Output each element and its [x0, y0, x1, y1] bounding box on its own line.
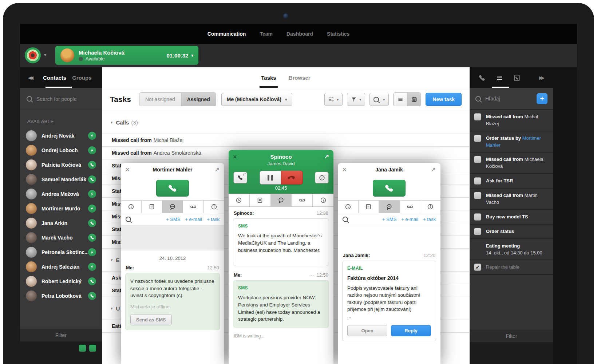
user-presence-panel[interactable]: Michaela Kočiová Available 01:00:32 ▾ — [55, 46, 198, 65]
contact-row[interactable]: Robert Lednický — [20, 274, 102, 289]
reply-button[interactable]: Reply — [391, 325, 431, 336]
task-checkbox[interactable] — [474, 135, 481, 142]
contact-row[interactable]: Petronela Skotinc... — [20, 245, 102, 260]
collapse-sidebar-icon[interactable]: ◀◀ — [28, 75, 33, 80]
contact-row[interactable]: Andrej Salezián — [20, 260, 102, 274]
logo-caret-icon[interactable]: ▾ — [44, 52, 46, 58]
hangup-button[interactable] — [281, 171, 303, 185]
nav-item-team[interactable]: Team — [260, 31, 273, 37]
segment-assigned[interactable]: Assigned — [181, 93, 216, 106]
nav-item-dashboard[interactable]: Dashboard — [286, 31, 313, 37]
call-button[interactable] — [373, 180, 406, 197]
send-as-sms-button[interactable]: Send as SMS — [130, 314, 172, 325]
notes-tab[interactable] — [142, 201, 162, 213]
filter-button[interactable]: ▾ — [347, 93, 365, 106]
nav-item-communication[interactable]: Communication — [207, 31, 246, 37]
contact-row[interactable]: Mortimer Murdo — [20, 201, 102, 216]
calendar-view-button[interactable] — [407, 93, 421, 106]
tasks-filter-bar[interactable]: Filter — [470, 329, 553, 342]
add-task-link[interactable]: + task — [423, 217, 436, 222]
task-list-tab-icon[interactable] — [496, 74, 503, 82]
older-messages-panel[interactable] — [121, 225, 224, 250]
add-email-link[interactable]: + e-mail — [185, 217, 202, 222]
info-tab[interactable] — [204, 201, 224, 213]
task-checkbox[interactable] — [474, 156, 481, 163]
notes-tab[interactable] — [359, 201, 379, 213]
expand-icon[interactable]: ↗ — [431, 166, 436, 173]
contacts-filter-bar[interactable]: Filter — [20, 329, 102, 341]
info-tab[interactable] — [420, 201, 440, 213]
add-email-link[interactable]: + e-mail — [401, 217, 418, 222]
sidebar-task-item[interactable]: Missed call from Martin Vacho — [470, 189, 553, 210]
task-row[interactable]: Missed call fromMichal Blažej — [102, 134, 470, 147]
contact-row[interactable]: Andrej Novák — [20, 128, 102, 143]
green-device-button[interactable] — [79, 345, 86, 352]
contact-row[interactable]: Ondrej Loboch — [20, 143, 102, 158]
app-logo[interactable] — [25, 47, 41, 63]
chat-tab[interactable] — [271, 194, 292, 206]
task-checkbox[interactable] — [474, 192, 481, 199]
sidebar-task-item[interactable]: Missed call from Michaela Kočiová — [470, 153, 553, 174]
sidebar-tab-contacts[interactable]: Contacts — [43, 75, 66, 81]
calls-tab-icon[interactable] — [478, 74, 486, 82]
sidebar-task-item[interactable]: Missed call from Michal Blažej — [470, 110, 553, 131]
voicemail-tab[interactable] — [400, 201, 420, 213]
close-icon[interactable]: × — [126, 166, 130, 173]
chat-tab[interactable] — [379, 201, 400, 213]
sidebar-tab-groups[interactable]: Groups — [72, 75, 91, 81]
green-device-button[interactable] — [89, 345, 96, 352]
task-checkbox[interactable] — [474, 213, 481, 221]
contact-row[interactable]: Jana Arkin — [20, 216, 102, 230]
contact-row[interactable]: Petra Lobotková — [20, 289, 102, 303]
notes-tab[interactable] — [250, 194, 271, 206]
new-task-button[interactable]: New task — [426, 93, 462, 106]
assignee-dropdown[interactable]: Me (Michaela Kočiová) ▾ — [221, 93, 293, 106]
tab-tasks[interactable]: Tasks — [261, 67, 276, 88]
segment-not-assigned[interactable]: Not assigned — [139, 93, 181, 106]
chat-tab[interactable] — [162, 201, 183, 213]
timer-caret-icon[interactable]: ▾ — [191, 53, 193, 58]
call-button[interactable] — [156, 180, 189, 197]
add-sms-link[interactable]: + SMS — [166, 217, 180, 222]
ellipsis-icon[interactable]: ··· — [309, 272, 314, 278]
dialpad-button[interactable] — [315, 172, 329, 183]
search-button[interactable]: ▾ — [369, 93, 389, 106]
nav-item-statistics[interactable]: Statistics — [327, 31, 349, 37]
sidebar-task-item[interactable]: Ask for TSR — [470, 174, 553, 189]
contacts-search-input[interactable]: Search for people — [20, 88, 102, 110]
sort-button[interactable]: ▾ — [324, 93, 343, 106]
section-header-calls[interactable]: ▾Calls(3) — [102, 111, 470, 134]
add-sms-link[interactable]: + SMS — [382, 217, 396, 222]
contact-row[interactable]: Andrea Mežová — [20, 187, 102, 201]
sidebar-task-item[interactable]: Order status — [470, 225, 553, 239]
sidebar-task-item[interactable]: ✓Repair the table — [470, 260, 553, 275]
close-icon[interactable]: × — [343, 166, 347, 173]
open-button[interactable]: Open — [347, 325, 387, 336]
info-tab[interactable] — [313, 194, 333, 206]
tab-browser[interactable]: Browser — [289, 67, 311, 88]
list-view-button[interactable] — [394, 93, 407, 106]
phonebook-tab-icon[interactable] — [513, 74, 521, 82]
contact-row[interactable]: Samuel Manderlák — [20, 172, 102, 187]
voicemail-tab[interactable] — [183, 201, 204, 213]
history-tab[interactable] — [338, 201, 359, 213]
contact-row[interactable]: Patrícia Kočiová — [20, 158, 102, 172]
add-task-link[interactable]: + task — [207, 217, 220, 222]
task-checkbox[interactable]: ✓ — [474, 264, 481, 271]
expand-icon[interactable]: ↗ — [324, 153, 329, 160]
sidebar-task-item[interactable]: Order status by Mortimer Mahler — [470, 131, 553, 153]
search-icon[interactable] — [126, 217, 131, 222]
close-icon[interactable]: × — [233, 153, 237, 161]
history-tab[interactable] — [121, 201, 142, 213]
hold-call-button[interactable] — [260, 171, 281, 185]
history-tab[interactable] — [229, 194, 250, 206]
expand-sidebar-icon[interactable]: ▶▶ — [539, 75, 545, 80]
task-checkbox[interactable] — [474, 113, 481, 120]
contact-row[interactable]: Marek Vacho — [20, 230, 102, 245]
sidebar-task-item[interactable]: Buy new model TS — [470, 210, 553, 225]
task-checkbox[interactable] — [474, 228, 481, 235]
expand-icon[interactable]: ↗ — [215, 166, 220, 173]
tasks-search-input[interactable]: Hľadaj + — [470, 88, 553, 110]
add-task-button[interactable]: + — [537, 93, 547, 104]
voicemail-tab[interactable] — [292, 194, 313, 206]
